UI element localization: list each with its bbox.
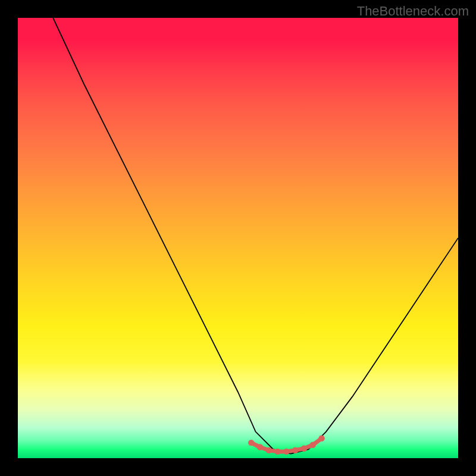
plot-area xyxy=(18,18,458,458)
bottom-marker-dot xyxy=(301,446,307,452)
bottom-marker-dot xyxy=(318,436,324,441)
value-curve xyxy=(53,18,458,454)
bottom-marker-dot xyxy=(310,442,316,448)
bottom-marker-dot xyxy=(283,449,289,455)
bottom-marker-dot xyxy=(274,449,280,455)
bottom-marker-dot xyxy=(266,447,272,453)
bottom-marker-dot xyxy=(292,447,298,453)
chart-svg xyxy=(18,18,458,458)
bottom-marker-dot xyxy=(257,444,263,450)
watermark-text: TheBottleneck.com xyxy=(357,4,469,19)
bottom-marker-dot xyxy=(248,440,254,446)
bottom-marker-group xyxy=(248,436,325,455)
